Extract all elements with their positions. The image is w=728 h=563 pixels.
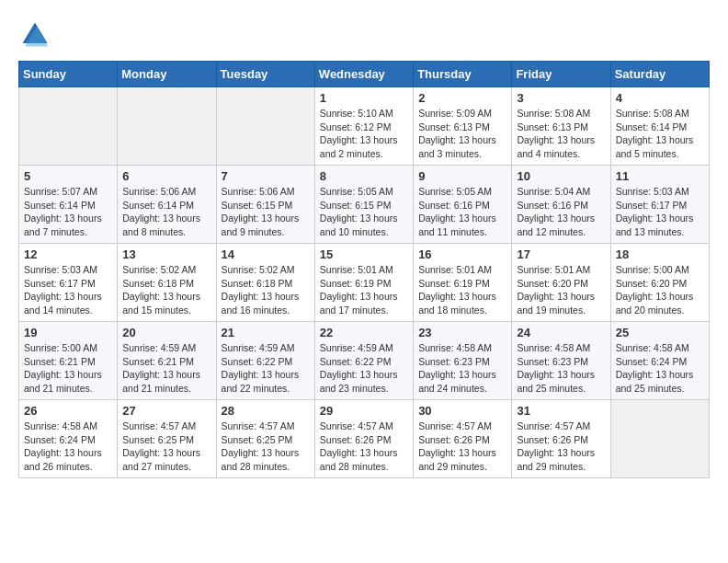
calendar-cell: 11Sunrise: 5:03 AM Sunset: 6:17 PM Dayli…	[610, 166, 709, 244]
day-number: 21	[222, 326, 310, 339]
day-info: Sunrise: 5:05 AM Sunset: 6:15 PM Dayligh…	[320, 185, 408, 239]
calendar-week-row: 5Sunrise: 5:07 AM Sunset: 6:14 PM Daylig…	[19, 166, 710, 244]
calendar-cell: 8Sunrise: 5:05 AM Sunset: 6:15 PM Daylig…	[314, 166, 413, 244]
day-info: Sunrise: 4:59 AM Sunset: 6:21 PM Dayligh…	[122, 341, 210, 396]
calendar-cell: 21Sunrise: 4:59 AM Sunset: 6:22 PM Dayli…	[216, 322, 314, 400]
calendar-cell: 29Sunrise: 4:57 AM Sunset: 6:26 PM Dayli…	[314, 400, 413, 478]
calendar-cell: 22Sunrise: 4:59 AM Sunset: 6:22 PM Dayli…	[314, 322, 413, 400]
day-info: Sunrise: 4:58 AM Sunset: 6:23 PM Dayligh…	[418, 341, 506, 396]
day-info: Sunrise: 4:57 AM Sunset: 6:25 PM Dayligh…	[222, 419, 310, 474]
calendar-cell: 23Sunrise: 4:58 AM Sunset: 6:23 PM Dayli…	[414, 322, 512, 400]
calendar-cell: 27Sunrise: 4:57 AM Sunset: 6:25 PM Dayli…	[118, 400, 216, 478]
day-info: Sunrise: 5:06 AM Sunset: 6:14 PM Dayligh…	[122, 185, 210, 239]
day-number: 7	[222, 169, 310, 183]
day-number: 19	[24, 326, 112, 339]
calendar-cell: 10Sunrise: 5:04 AM Sunset: 6:16 PM Dayli…	[512, 166, 610, 244]
calendar-cell	[610, 400, 709, 478]
day-info: Sunrise: 5:00 AM Sunset: 6:21 PM Dayligh…	[24, 341, 112, 396]
day-number: 13	[122, 247, 210, 261]
day-number: 15	[320, 247, 408, 261]
calendar-cell: 17Sunrise: 5:01 AM Sunset: 6:20 PM Dayli…	[512, 244, 610, 322]
calendar-week-row: 12Sunrise: 5:03 AM Sunset: 6:17 PM Dayli…	[19, 244, 710, 322]
day-number: 29	[320, 404, 408, 418]
day-info: Sunrise: 4:57 AM Sunset: 6:26 PM Dayligh…	[517, 419, 605, 474]
day-info: Sunrise: 5:10 AM Sunset: 6:12 PM Dayligh…	[320, 107, 408, 161]
calendar-week-row: 19Sunrise: 5:00 AM Sunset: 6:21 PM Dayli…	[19, 322, 710, 400]
day-number: 24	[517, 326, 605, 339]
calendar-cell: 16Sunrise: 5:01 AM Sunset: 6:19 PM Dayli…	[414, 244, 512, 322]
day-info: Sunrise: 5:08 AM Sunset: 6:14 PM Dayligh…	[616, 107, 704, 161]
calendar-cell: 2Sunrise: 5:09 AM Sunset: 6:13 PM Daylig…	[414, 87, 512, 166]
day-info: Sunrise: 5:07 AM Sunset: 6:14 PM Dayligh…	[24, 185, 112, 239]
day-number: 26	[24, 404, 112, 418]
weekday-header-saturday: Saturday	[610, 62, 709, 87]
calendar-cell: 24Sunrise: 4:58 AM Sunset: 6:23 PM Dayli…	[512, 322, 610, 400]
day-number: 22	[320, 326, 408, 339]
calendar-header: SundayMondayTuesdayWednesdayThursdayFrid…	[19, 62, 710, 87]
calendar-cell: 18Sunrise: 5:00 AM Sunset: 6:20 PM Dayli…	[610, 244, 709, 322]
day-number: 16	[418, 247, 506, 261]
day-number: 14	[222, 247, 310, 261]
weekday-header-sunday: Sunday	[19, 62, 118, 87]
day-number: 30	[418, 404, 506, 418]
day-number: 8	[320, 169, 408, 183]
calendar-cell: 15Sunrise: 5:01 AM Sunset: 6:19 PM Dayli…	[314, 244, 413, 322]
calendar-cell: 25Sunrise: 4:58 AM Sunset: 6:24 PM Dayli…	[610, 322, 709, 400]
day-number: 28	[222, 404, 310, 418]
day-info: Sunrise: 4:58 AM Sunset: 6:24 PM Dayligh…	[616, 341, 704, 396]
day-number: 6	[122, 169, 210, 183]
calendar-cell	[118, 87, 216, 166]
day-info: Sunrise: 5:03 AM Sunset: 6:17 PM Dayligh…	[24, 263, 112, 317]
day-info: Sunrise: 4:57 AM Sunset: 6:26 PM Dayligh…	[320, 419, 408, 474]
weekday-header-friday: Friday	[512, 62, 610, 87]
weekday-header-tuesday: Tuesday	[216, 62, 314, 87]
day-info: Sunrise: 4:58 AM Sunset: 6:23 PM Dayligh…	[517, 341, 605, 396]
day-info: Sunrise: 5:01 AM Sunset: 6:19 PM Dayligh…	[418, 263, 506, 317]
day-number: 3	[517, 91, 605, 105]
day-info: Sunrise: 5:01 AM Sunset: 6:19 PM Dayligh…	[320, 263, 408, 317]
day-number: 5	[24, 169, 112, 183]
calendar-cell: 14Sunrise: 5:02 AM Sunset: 6:18 PM Dayli…	[216, 244, 314, 322]
calendar-week-row: 1Sunrise: 5:10 AM Sunset: 6:12 PM Daylig…	[19, 87, 710, 166]
day-info: Sunrise: 4:57 AM Sunset: 6:25 PM Dayligh…	[122, 419, 210, 474]
day-number: 9	[418, 169, 506, 183]
day-info: Sunrise: 4:58 AM Sunset: 6:24 PM Dayligh…	[24, 419, 112, 474]
calendar-cell	[19, 87, 118, 166]
weekday-header-monday: Monday	[118, 62, 216, 87]
day-info: Sunrise: 5:02 AM Sunset: 6:18 PM Dayligh…	[122, 263, 210, 317]
calendar-body: 1Sunrise: 5:10 AM Sunset: 6:12 PM Daylig…	[19, 87, 710, 478]
calendar-cell: 12Sunrise: 5:03 AM Sunset: 6:17 PM Dayli…	[19, 244, 118, 322]
logo	[18, 18, 55, 52]
day-number: 23	[418, 326, 506, 339]
calendar-cell: 5Sunrise: 5:07 AM Sunset: 6:14 PM Daylig…	[19, 166, 118, 244]
calendar-cell: 30Sunrise: 4:57 AM Sunset: 6:26 PM Dayli…	[414, 400, 512, 478]
day-number: 4	[616, 91, 704, 105]
calendar-cell: 1Sunrise: 5:10 AM Sunset: 6:12 PM Daylig…	[314, 87, 413, 166]
day-number: 2	[418, 91, 506, 105]
calendar-table: SundayMondayTuesdayWednesdayThursdayFrid…	[18, 61, 710, 478]
page-header	[18, 18, 710, 52]
day-number: 27	[122, 404, 210, 418]
calendar-week-row: 26Sunrise: 4:58 AM Sunset: 6:24 PM Dayli…	[19, 400, 710, 478]
day-info: Sunrise: 5:03 AM Sunset: 6:17 PM Dayligh…	[616, 185, 704, 239]
day-number: 31	[517, 404, 605, 418]
day-info: Sunrise: 4:59 AM Sunset: 6:22 PM Dayligh…	[320, 341, 408, 396]
calendar-cell: 6Sunrise: 5:06 AM Sunset: 6:14 PM Daylig…	[118, 166, 216, 244]
calendar-cell: 20Sunrise: 4:59 AM Sunset: 6:21 PM Dayli…	[118, 322, 216, 400]
day-info: Sunrise: 5:05 AM Sunset: 6:16 PM Dayligh…	[418, 185, 506, 239]
weekday-header-wednesday: Wednesday	[314, 62, 413, 87]
day-info: Sunrise: 5:04 AM Sunset: 6:16 PM Dayligh…	[517, 185, 605, 239]
day-info: Sunrise: 4:59 AM Sunset: 6:22 PM Dayligh…	[222, 341, 310, 396]
weekday-header-thursday: Thursday	[414, 62, 512, 87]
calendar-cell: 4Sunrise: 5:08 AM Sunset: 6:14 PM Daylig…	[610, 87, 709, 166]
day-info: Sunrise: 5:09 AM Sunset: 6:13 PM Dayligh…	[418, 107, 506, 161]
day-info: Sunrise: 5:00 AM Sunset: 6:20 PM Dayligh…	[616, 263, 704, 317]
day-number: 10	[517, 169, 605, 183]
day-number: 18	[616, 247, 704, 261]
day-info: Sunrise: 4:57 AM Sunset: 6:26 PM Dayligh…	[418, 419, 506, 474]
day-number: 1	[320, 91, 408, 105]
calendar-cell: 7Sunrise: 5:06 AM Sunset: 6:15 PM Daylig…	[216, 166, 314, 244]
day-number: 25	[616, 326, 704, 339]
calendar-cell: 3Sunrise: 5:08 AM Sunset: 6:13 PM Daylig…	[512, 87, 610, 166]
day-info: Sunrise: 5:06 AM Sunset: 6:15 PM Dayligh…	[222, 185, 310, 239]
